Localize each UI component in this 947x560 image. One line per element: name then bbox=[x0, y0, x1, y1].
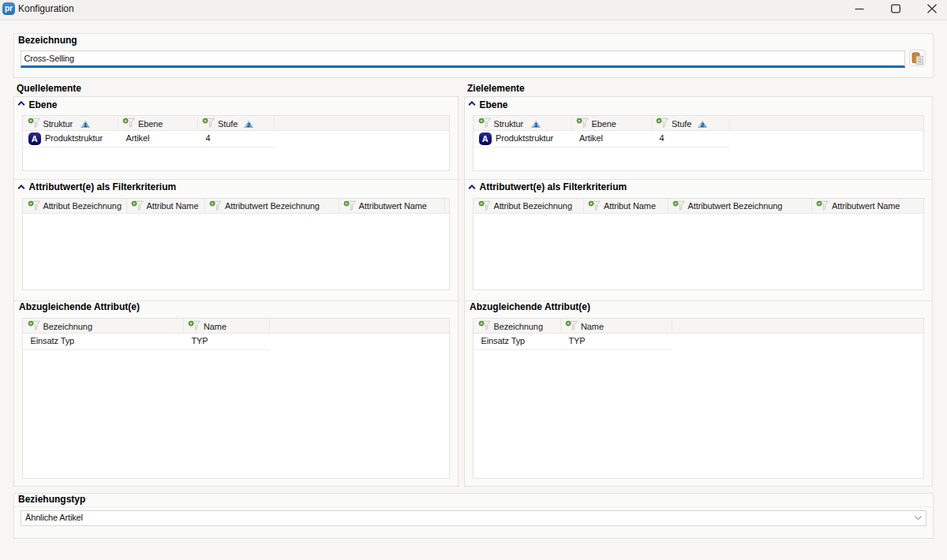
svg-text:1: 1 bbox=[83, 121, 87, 128]
svg-text:2: 2 bbox=[246, 121, 250, 128]
svg-text:2: 2 bbox=[700, 121, 704, 128]
svg-text:1: 1 bbox=[533, 121, 537, 128]
